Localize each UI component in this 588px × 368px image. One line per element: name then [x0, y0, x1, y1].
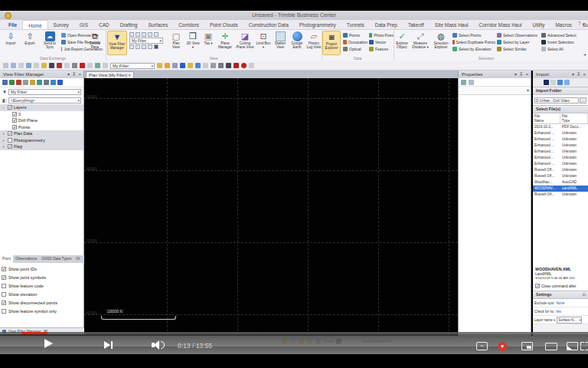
tab-gnss-data-types[interactable]: GNSS Data Types	[39, 255, 74, 263]
history-log-view-button[interactable]: ▱ History Log View	[306, 31, 322, 55]
filter-tool-icon[interactable]	[57, 80, 63, 85]
settings-expand-icon[interactable]: ⊡	[583, 291, 586, 298]
select-duplicate-points-button[interactable]: Select Duplicate Points	[452, 38, 495, 45]
import-folder-path[interactable]: D:\Urban...Civil Video	[534, 97, 579, 104]
qat-icon[interactable]	[241, 63, 247, 68]
select-all-button[interactable]: Select All	[541, 45, 578, 52]
tab-macros[interactable]: Macros	[550, 20, 577, 29]
filter-delete-icon[interactable]	[16, 80, 21, 85]
setting-row[interactable]: Check for no Yes	[533, 307, 588, 316]
import-tool-icon[interactable]	[557, 80, 563, 85]
checkbox[interactable]: ✓	[12, 125, 17, 130]
next-button[interactable]	[104, 341, 110, 349]
qat-icon[interactable]	[26, 63, 31, 68]
panel-pin-icon[interactable]: ⊼	[73, 71, 76, 78]
ribbon-help-icon[interactable]: ? ▴	[578, 21, 585, 27]
occupation-toggle[interactable]: Occupation	[343, 38, 368, 45]
tab-data-prep[interactable]: Data Prep	[370, 20, 403, 29]
view-filter-manager-button[interactable]: ▼ View Filter Manager	[107, 31, 127, 55]
properties-tool-icon[interactable]	[461, 80, 466, 85]
tree-item-photogrammetry[interactable]: + Photogrammetry	[0, 137, 83, 144]
tab-point-clouds[interactable]: Point Clouds	[204, 20, 243, 29]
layer-name-dropdown[interactable]: Surface N...	[557, 317, 582, 324]
settings-header[interactable]: Settings ⊡	[533, 291, 588, 299]
tree-item-plan-data[interactable]: + ✓ Plan Data	[0, 130, 83, 137]
tab-utility[interactable]: Utility	[528, 20, 550, 29]
setting-row[interactable]: Exclude syst: None	[533, 299, 588, 307]
qat-icon[interactable]	[64, 63, 70, 68]
filter-tool-icon[interactable]	[51, 80, 56, 85]
qat-icon[interactable]	[211, 63, 216, 68]
video-progress-track[interactable]	[0, 332, 588, 334]
theater-mode-button[interactable]	[545, 343, 557, 350]
tab-drafting[interactable]: Drafting	[115, 20, 143, 29]
zoom-in-icon[interactable]	[129, 32, 134, 37]
vector-toggle[interactable]: Vector	[369, 38, 394, 45]
plane-manager-button[interactable]: ✛ Plane Manager	[216, 31, 234, 55]
filter-tool-icon[interactable]	[44, 80, 49, 85]
plan-view-canvas[interactable]: 90000 80000 70000 60000 10000 ft	[84, 78, 458, 347]
filter-new-icon[interactable]	[2, 80, 8, 85]
select-observations-button[interactable]: Select Observations	[497, 31, 540, 38]
tab-site-mass-haul[interactable]: Site Mass Haul	[430, 20, 474, 29]
checkbox[interactable]: ✓	[2, 267, 6, 271]
checkbox[interactable]: ✓	[2, 275, 6, 280]
file-row[interactable]: Russell Off...Unknown	[533, 167, 588, 173]
tree-item-drill-plane[interactable]: ✓ Drill Plane	[0, 117, 83, 124]
filter-select[interactable]: My Filter	[8, 89, 81, 95]
feature-toggle[interactable]: Feature	[369, 45, 394, 52]
tab-home[interactable]: Home	[22, 20, 47, 29]
panel-dropdown-icon[interactable]: ▾	[572, 71, 574, 78]
import-tool-icon[interactable]	[564, 80, 570, 85]
panel-dropdown-icon[interactable]: ▾	[514, 71, 517, 78]
qat-icon[interactable]	[234, 63, 239, 68]
optical-toggle[interactable]: Optical	[343, 45, 368, 52]
filter-tool-icon[interactable]	[23, 80, 28, 85]
tree-item-layer-0[interactable]: ✓ 0	[0, 111, 83, 118]
tree-item-points[interactable]: ✓ Points	[0, 124, 83, 131]
fundraiser-icon[interactable]: ♥	[498, 342, 507, 351]
measure-distance-button[interactable]: ⤢ Measure Distance ▾	[411, 31, 430, 55]
3d-view-button[interactable]: ❒ 3D View ▾	[185, 31, 201, 55]
option-show-point-symbols[interactable]: ✓ Show point symbols	[2, 273, 57, 281]
file-table-header[interactable]: FileName FileType	[533, 113, 588, 124]
tab-construction-data[interactable]: Construction Data	[243, 20, 294, 29]
qat-icon[interactable]	[72, 63, 77, 68]
zoom-window-icon[interactable]	[154, 32, 158, 37]
select-files-header[interactable]: Select File(s)	[533, 105, 588, 113]
filter-tool-icon[interactable]	[37, 80, 42, 85]
panel-close-icon[interactable]: ×	[583, 71, 586, 78]
browse-folder-button[interactable]: ...	[580, 97, 586, 104]
ribbon-collapse-icon[interactable]: ◂	[583, 51, 586, 57]
qat-icon[interactable]	[95, 63, 100, 68]
qat-icon[interactable]	[11, 63, 16, 68]
send-to-sync-button[interactable]: ☁ Send to Sync	[40, 31, 60, 55]
qat-icon[interactable]	[34, 63, 39, 68]
file-row[interactable]: Enhanced ...Unknown	[533, 161, 588, 167]
file-row[interactable]: Enhanced ...Unknown	[533, 136, 588, 143]
redraw-icon[interactable]	[154, 44, 158, 49]
qat-icon[interactable]	[18, 63, 24, 68]
plan-view-button[interactable]: ▢ Plan View	[168, 31, 184, 55]
tree-item-layers[interactable]: − ✓ Layers	[0, 104, 83, 111]
project-explorer-button[interactable]: ◙ Project Explorer	[322, 31, 341, 55]
fullscreen-button[interactable]	[580, 342, 588, 350]
qat-filter-combo[interactable]: My Filter	[110, 63, 155, 69]
checkbox[interactable]: ✓	[8, 105, 12, 110]
checkbox[interactable]	[2, 292, 6, 297]
qat-icon[interactable]	[172, 63, 178, 68]
explore-object-button[interactable]: ✓ Explore Object	[394, 31, 410, 55]
panel-close-icon[interactable]: ×	[78, 71, 81, 78]
checkbox[interactable]: ✓	[12, 118, 17, 123]
plan-view-tab[interactable]: Plan View [My Filter] ×	[86, 71, 134, 78]
rotate-icon[interactable]	[129, 44, 134, 49]
panel-pin-icon[interactable]: ⊼	[577, 71, 580, 78]
option-show-elevation[interactable]: Show elevation	[2, 290, 57, 298]
tab-file[interactable]: File	[3, 20, 22, 29]
file-row[interactable]: Enhanced ...Unknown	[533, 143, 588, 149]
tab-cad[interactable]: CAD	[93, 20, 115, 29]
zoom-out-icon[interactable]	[136, 32, 140, 37]
qat-icon[interactable]	[188, 63, 193, 68]
option-show-feature-code[interactable]: Show feature code	[2, 281, 57, 290]
close-command-option[interactable]: ✓ Close command after	[533, 281, 588, 291]
